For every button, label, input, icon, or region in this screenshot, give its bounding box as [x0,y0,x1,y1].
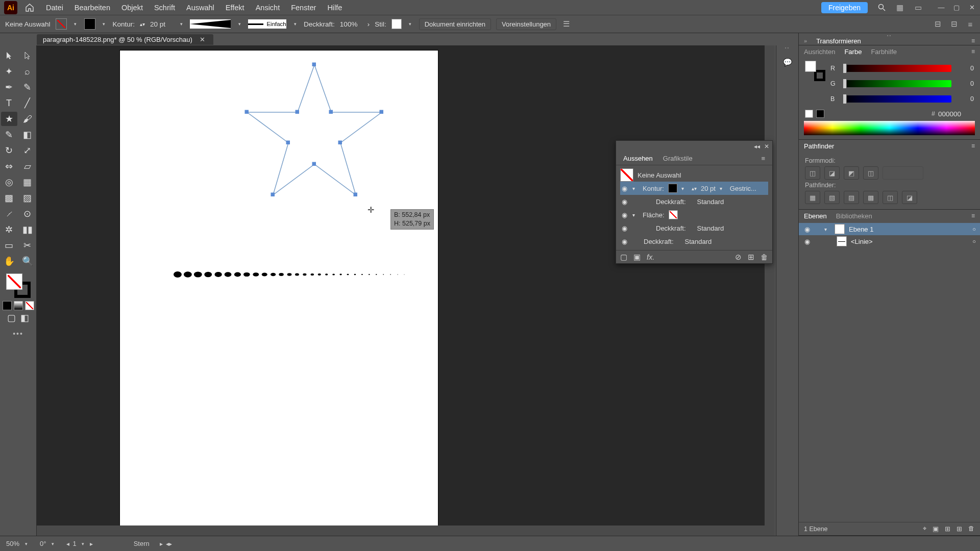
width-tool[interactable]: ⇔ [1,159,17,173]
align-options-icon[interactable]: ☰ [561,19,571,29]
r-slider[interactable] [843,65,951,72]
opacity-input[interactable] [340,20,362,28]
rotate-tool[interactable]: ↻ [1,143,17,158]
kontur-swatch-dropdown-icon[interactable]: ▾ [681,186,688,191]
sublayer-visibility-toggle[interactable]: ◉ [803,238,811,245]
layer-row-ebene1[interactable]: ◉ ▾ Ebene 1 ○ [799,223,980,235]
status-nav2-icon[interactable]: ◂▸ [166,540,172,547]
delete-item-icon[interactable]: 🗑 [761,253,768,261]
star-tool[interactable]: ★ [1,112,17,126]
kontur-dash-label[interactable]: Gestric... [730,185,756,192]
divide-button[interactable]: ▦ [805,191,820,204]
canvas-area[interactable]: ✛ B: 552,84 px H: 525,79 px [37,45,765,536]
tab-aussehen[interactable]: Aussehen [623,155,653,162]
column-graph-tool[interactable]: ▮▮ [19,222,36,237]
opacity1-value[interactable]: Standard [697,198,724,206]
hand-tool[interactable]: ✋ [1,254,17,268]
layer-target-icon[interactable]: ○ [972,226,976,232]
opacity-arrow-icon[interactable]: › [368,20,370,28]
kontur-stepper-icon[interactable]: ▴▾ [692,186,697,191]
scale-tool[interactable]: ⤢ [19,143,36,158]
workspace-icon[interactable]: ▭ [914,3,923,12]
mesh-tool[interactable]: ▩ [1,191,17,205]
visibility-toggle-opacity1[interactable]: ◉ [620,198,628,206]
menu-ansicht[interactable]: Ansicht [256,4,280,12]
stroke-stepper-icon[interactable]: ▴▾ [140,21,145,27]
duplicate-item-icon[interactable]: ⊞ [748,253,754,261]
shape-builder-tool[interactable]: ◎ [1,175,17,189]
opacity3-value[interactable]: Standard [685,238,712,245]
close-window-button[interactable]: ✕ [968,4,976,12]
color-menu-icon[interactable]: ≡ [971,48,975,55]
g-value[interactable]: 0 [957,80,974,87]
tab-ausrichten[interactable]: Ausrichten [804,48,835,56]
symbol-sprayer-tool[interactable]: ✲ [1,222,17,237]
tab-farbe[interactable]: Farbe [844,48,862,56]
zoom-dropdown-icon[interactable]: ▾ [22,540,30,547]
direct-selection-tool[interactable] [19,48,36,63]
menu-datei[interactable]: Datei [46,4,63,12]
stroke-style-preview[interactable]: Einfach [248,19,286,29]
sublayer-target-icon[interactable]: ○ [972,238,976,244]
fill-dropdown-icon[interactable]: ▾ [72,20,79,28]
menu-objekt[interactable]: Objekt [121,4,143,12]
artboard[interactable]: ✛ B: 552,84 px H: 525,79 px [120,51,438,536]
visibility-toggle-opacity3[interactable]: ◉ [620,238,628,245]
visibility-toggle-opacity2[interactable]: ◉ [620,224,628,232]
color-spectrum[interactable] [804,121,975,135]
menu-hilfe[interactable]: Hilfe [327,4,342,12]
slice-tool[interactable]: ✂ [19,238,36,253]
layer-visibility-toggle[interactable]: ◉ [803,226,811,233]
stroke-weight-dropdown-icon[interactable]: ▾ [178,20,185,28]
zoom-value[interactable]: 50% [6,540,19,547]
selection-tool[interactable] [1,48,17,63]
kontur-weight-value[interactable]: 20 pt [701,185,716,192]
rotation-dropdown-icon[interactable]: ▾ [49,540,56,547]
add-stroke-icon[interactable]: ▢ [620,253,627,261]
brushed-line-object[interactable] [174,271,407,278]
screen-mode-full[interactable]: ◧ [19,312,31,323]
menu-fenster[interactable]: Fenster [291,4,316,12]
artboard-prev-icon[interactable]: ◂ [66,540,69,547]
eraser-tool[interactable]: ◧ [19,128,36,142]
pen-tool[interactable]: ✒ [1,80,17,94]
expand-flaeche-icon[interactable]: ▾ [632,212,639,218]
dock-grip-icon[interactable]: •• [776,45,798,51]
add-fill-icon[interactable]: ▣ [633,253,641,261]
r-value[interactable]: 0 [957,65,974,72]
create-sublayer-icon[interactable]: ⊞ [945,525,950,533]
artboard-next-icon[interactable]: ▸ [90,540,93,547]
brush-profile-preview[interactable] [190,19,231,29]
color-mode-none[interactable] [25,301,34,310]
opacity2-value[interactable]: Standard [697,224,724,232]
share-button[interactable]: Freigeben [821,2,868,13]
minus-front-button[interactable]: ◪ [824,166,840,180]
expand-kontur-icon[interactable]: ▾ [632,186,639,191]
tab-pathfinder[interactable]: Pathfinder [804,142,834,150]
panel-toggle-b-icon[interactable]: ⊟ [949,19,959,29]
layer-row-linie[interactable]: ◉ <Linie> ○ [799,235,980,247]
free-transform-tool[interactable]: ▱ [19,159,36,173]
b-value[interactable]: 0 [957,95,974,103]
layer-name-label[interactable]: Ebene 1 [849,226,873,233]
shaper-tool[interactable]: ✎ [1,128,17,142]
kontur-swatch[interactable] [668,184,677,193]
brush-dropdown-icon[interactable]: ▾ [236,20,243,28]
menu-effekt[interactable]: Effekt [226,4,244,12]
visibility-toggle-kontur[interactable]: ◉ [620,185,628,192]
status-nav-icon[interactable]: ▸ [160,540,163,547]
graphic-style-swatch[interactable] [391,19,402,29]
g-slider[interactable] [843,80,951,87]
document-tab[interactable]: paragraph-1485228.png* @ 50 % (RGB/Vorsc… [37,34,213,45]
exclude-button[interactable]: ◫ [863,166,878,180]
tab-transformieren[interactable]: Transformieren [816,37,861,45]
tab-grafikstile[interactable]: Grafikstile [663,155,693,162]
preferences-button[interactable]: Voreinstellungen [496,18,556,30]
fill-swatch[interactable] [56,18,67,30]
stroke-swatch[interactable] [84,18,95,30]
style-dropdown-icon[interactable]: ▾ [407,20,414,28]
stroke-dropdown-icon[interactable]: ▾ [101,20,108,28]
rotation-value[interactable]: 0° [40,540,46,547]
menu-bearbeiten[interactable]: Bearbeiten [75,4,110,12]
intersect-button[interactable]: ◩ [844,166,859,180]
